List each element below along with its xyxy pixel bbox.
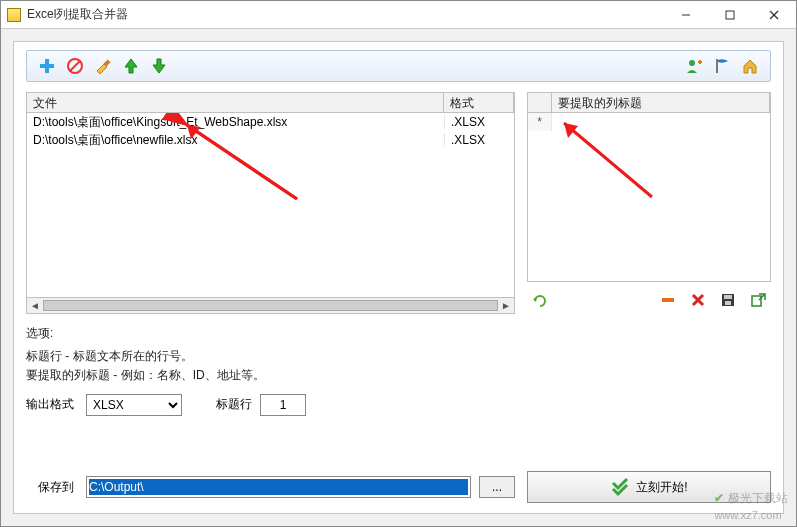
middle-area: 文件 格式 D:\tools\桌面\office\Kingsoft_Et_Web…	[26, 92, 771, 314]
options-section: 选项: 标题行 - 标题文本所在的行号。 要提取的列标题 - 例如：名称、ID、…	[26, 324, 771, 386]
table-row[interactable]: *	[528, 113, 770, 131]
svg-line-13	[564, 123, 652, 197]
delete-row-button[interactable]	[685, 288, 711, 312]
bottom-row: 保存到 C:\Output\ ... 立刻开始!	[26, 471, 771, 503]
start-button[interactable]: 立刻开始!	[527, 471, 771, 503]
row-header-blank	[528, 93, 552, 112]
output-format-select[interactable]: XLSX	[86, 394, 182, 416]
options-title: 选项:	[26, 324, 771, 343]
svg-rect-14	[662, 298, 674, 302]
table-row[interactable]: D:\tools\桌面\office\newfile.xlsx .XLSX	[27, 131, 514, 149]
file-grid-body[interactable]: D:\tools\桌面\office\Kingsoft_Et_WebShape.…	[27, 113, 514, 297]
flag-icon	[713, 57, 731, 75]
file-list-panel: 文件 格式 D:\tools\桌面\office\Kingsoft_Et_Web…	[26, 92, 515, 314]
column-title-header[interactable]: 要提取的列标题	[552, 93, 770, 112]
plus-icon	[38, 57, 56, 75]
floppy-icon	[719, 291, 737, 309]
content-area: 文件 格式 D:\tools\桌面\office\Kingsoft_Et_Web…	[1, 29, 796, 526]
column-actions	[527, 286, 771, 314]
move-down-button[interactable]	[147, 54, 171, 78]
user-button[interactable]	[682, 54, 706, 78]
table-row[interactable]: D:\tools\桌面\office\Kingsoft_Et_WebShape.…	[27, 113, 514, 131]
remove-forbid-button[interactable]	[63, 54, 87, 78]
column-panel-wrap: 要提取的列标题 *	[527, 92, 771, 314]
redo-icon	[531, 291, 549, 309]
window-title: Excel列提取合并器	[27, 6, 664, 23]
titlebar: Excel列提取合并器	[1, 1, 796, 29]
brush-icon	[94, 57, 112, 75]
title-row-input[interactable]	[260, 394, 306, 416]
save-to-value: C:\Output\	[89, 479, 468, 495]
svg-rect-5	[40, 64, 54, 68]
format-cell: .XLSX	[444, 133, 514, 147]
svg-rect-1	[726, 11, 734, 19]
user-add-icon	[685, 57, 703, 75]
new-row-marker: *	[528, 113, 552, 131]
minus-icon	[659, 291, 677, 309]
arrow-up-icon	[122, 57, 140, 75]
column-grid-header: 要提取的列标题	[528, 93, 770, 113]
flag-button[interactable]	[710, 54, 734, 78]
options-line1: 标题行 - 标题文本所在的行号。	[26, 347, 771, 366]
column-title-cell[interactable]	[552, 113, 770, 131]
clear-button[interactable]	[91, 54, 115, 78]
main-toolbar	[26, 50, 771, 82]
inner-panel: 文件 格式 D:\tools\桌面\office\Kingsoft_Et_Web…	[13, 41, 784, 514]
export-icon	[749, 291, 767, 309]
svg-rect-16	[724, 295, 732, 299]
format-column-header[interactable]: 格式	[444, 93, 514, 112]
start-icon	[610, 477, 630, 497]
file-grid-header: 文件 格式	[27, 93, 514, 113]
home-button[interactable]	[738, 54, 762, 78]
save-to-label: 保存到	[26, 479, 78, 496]
browse-label: ...	[492, 480, 502, 494]
scroll-right-arrow[interactable]: ►	[498, 298, 514, 313]
svg-rect-18	[752, 296, 761, 306]
svg-point-9	[689, 60, 695, 66]
forbid-icon	[66, 57, 84, 75]
scroll-thumb[interactable]	[43, 300, 498, 311]
arrow-down-icon	[150, 57, 168, 75]
browse-button[interactable]: ...	[479, 476, 515, 498]
format-cell: .XLSX	[444, 115, 514, 129]
remove-row-button[interactable]	[655, 288, 681, 312]
minimize-button[interactable]	[664, 1, 708, 29]
svg-rect-17	[725, 301, 731, 305]
close-button[interactable]	[752, 1, 796, 29]
maximize-button[interactable]	[708, 1, 752, 29]
x-icon	[689, 291, 707, 309]
file-grid-hscroll[interactable]: ◄ ►	[27, 297, 514, 313]
app-icon	[7, 8, 21, 22]
redo-button[interactable]	[527, 288, 553, 312]
svg-line-7	[70, 61, 80, 71]
add-button[interactable]	[35, 54, 59, 78]
scroll-left-arrow[interactable]: ◄	[27, 298, 43, 313]
title-row-label: 标题行	[216, 396, 252, 413]
file-cell: D:\tools\桌面\office\Kingsoft_Et_WebShape.…	[27, 114, 444, 131]
file-cell: D:\tools\桌面\office\newfile.xlsx	[27, 132, 444, 149]
options-line2: 要提取的列标题 - 例如：名称、ID、地址等。	[26, 366, 771, 385]
move-up-button[interactable]	[119, 54, 143, 78]
save-columns-button[interactable]	[715, 288, 741, 312]
output-format-row: 输出格式 XLSX 标题行	[26, 394, 771, 416]
save-to-area: 保存到 C:\Output\ ...	[26, 476, 515, 498]
start-label: 立刻开始!	[636, 479, 687, 496]
file-column-header[interactable]: 文件	[27, 93, 444, 112]
export-columns-button[interactable]	[745, 288, 771, 312]
save-to-input[interactable]: C:\Output\	[86, 476, 471, 498]
column-grid-body[interactable]: *	[528, 113, 770, 281]
svg-rect-10	[716, 59, 718, 73]
output-format-label: 输出格式	[26, 396, 78, 413]
home-icon	[741, 57, 759, 75]
column-list-panel: 要提取的列标题 *	[527, 92, 771, 282]
